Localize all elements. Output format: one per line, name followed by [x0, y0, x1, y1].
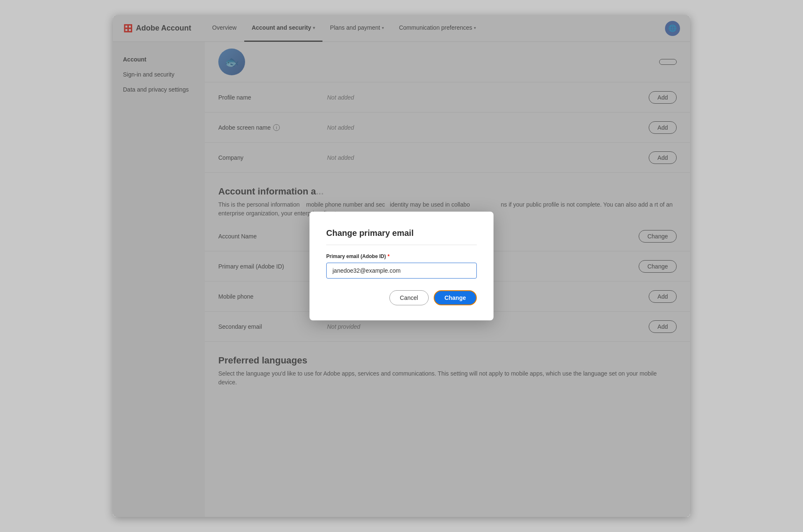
- modal-actions: Cancel Change: [326, 290, 477, 305]
- change-button[interactable]: Change: [434, 290, 477, 305]
- required-indicator: *: [388, 253, 390, 259]
- cancel-button[interactable]: Cancel: [389, 290, 429, 305]
- primary-email-input[interactable]: [326, 263, 477, 279]
- change-email-modal: Change primary email Primary email (Adob…: [309, 212, 494, 320]
- modal-overlay: Change primary email Primary email (Adob…: [113, 15, 690, 517]
- modal-field-label: Primary email (Adobe ID) *: [326, 253, 477, 259]
- modal-title: Change primary email: [326, 228, 477, 245]
